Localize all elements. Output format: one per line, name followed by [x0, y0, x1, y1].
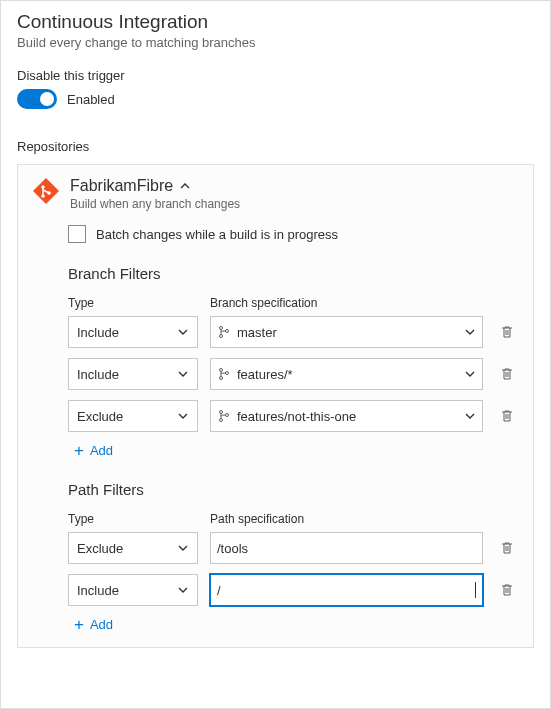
add-label: Add — [90, 617, 113, 632]
svg-point-8 — [220, 377, 223, 380]
path-spec-input[interactable]: / — [210, 574, 483, 606]
branch-icon — [217, 325, 231, 339]
branch-spec-value: master — [237, 325, 458, 340]
add-path-filter-button[interactable]: + Add — [74, 616, 519, 633]
delete-button[interactable] — [495, 536, 519, 560]
add-label: Add — [90, 443, 113, 458]
chevron-down-icon — [177, 368, 189, 380]
path-spec-value: /tools — [217, 541, 476, 556]
branch-spec-field[interactable]: features/* — [210, 358, 483, 390]
branch-icon — [217, 367, 231, 381]
svg-point-10 — [226, 414, 229, 417]
branch-spec-field[interactable]: features/not-this-one — [210, 400, 483, 432]
path-spec-field[interactable]: /tools — [210, 532, 483, 564]
git-repo-icon — [32, 177, 60, 205]
path-spec-header: Path specification — [210, 512, 519, 526]
svg-point-11 — [220, 419, 223, 422]
trash-icon — [500, 583, 514, 597]
repositories-heading: Repositories — [17, 139, 534, 154]
svg-point-5 — [220, 335, 223, 338]
select-value: Exclude — [77, 409, 123, 424]
disable-trigger-label: Disable this trigger — [17, 68, 534, 83]
branch-spec-field[interactable]: master — [210, 316, 483, 348]
repository-card: FabrikamFibre Build when any branch chan… — [17, 164, 534, 648]
path-type-select[interactable]: Exclude — [68, 532, 198, 564]
plus-icon: + — [74, 616, 84, 633]
branch-type-select[interactable]: Exclude — [68, 400, 198, 432]
svg-point-9 — [220, 411, 223, 414]
branch-filters-heading: Branch Filters — [68, 265, 519, 282]
path-filters-heading: Path Filters — [68, 481, 519, 498]
delete-button[interactable] — [495, 404, 519, 428]
chevron-down-icon — [177, 584, 189, 596]
chevron-down-icon — [177, 410, 189, 422]
path-filter-row: Include / — [68, 574, 519, 606]
page-title: Continuous Integration — [17, 11, 534, 33]
chevron-up-icon — [179, 180, 191, 192]
svg-point-4 — [226, 330, 229, 333]
plus-icon: + — [74, 442, 84, 459]
batch-changes-checkbox[interactable] — [68, 225, 86, 243]
branch-filter-row: Include master — [68, 316, 519, 348]
select-value: Include — [77, 583, 119, 598]
toggle-state-label: Enabled — [67, 92, 115, 107]
chevron-down-icon — [464, 326, 476, 338]
svg-point-7 — [226, 372, 229, 375]
branch-icon — [217, 409, 231, 423]
path-filter-row: Exclude /tools — [68, 532, 519, 564]
repo-subtitle: Build when any branch changes — [70, 197, 519, 211]
chevron-down-icon — [177, 542, 189, 554]
trash-icon — [500, 325, 514, 339]
trash-icon — [500, 541, 514, 555]
path-type-select[interactable]: Include — [68, 574, 198, 606]
branch-filter-row: Exclude features/not-this-one — [68, 400, 519, 432]
path-spec-value: / — [217, 583, 470, 598]
delete-button[interactable] — [495, 320, 519, 344]
chevron-down-icon — [177, 326, 189, 338]
select-value: Include — [77, 325, 119, 340]
trash-icon — [500, 409, 514, 423]
select-value: Include — [77, 367, 119, 382]
branch-spec-value: features/* — [237, 367, 458, 382]
branch-type-select[interactable]: Include — [68, 358, 198, 390]
branch-spec-header: Branch specification — [210, 296, 519, 310]
repo-header-row[interactable]: FabrikamFibre — [70, 177, 519, 195]
chevron-down-icon — [464, 410, 476, 422]
select-value: Exclude — [77, 541, 123, 556]
toggle-thumb — [40, 92, 54, 106]
branch-filter-row: Include features/* — [68, 358, 519, 390]
svg-point-6 — [220, 369, 223, 372]
delete-button[interactable] — [495, 362, 519, 386]
path-type-header: Type — [68, 512, 198, 526]
branch-type-select[interactable]: Include — [68, 316, 198, 348]
repo-name: FabrikamFibre — [70, 177, 173, 195]
text-cursor — [475, 582, 476, 598]
add-branch-filter-button[interactable]: + Add — [74, 442, 519, 459]
page-subtitle: Build every change to matching branches — [17, 35, 534, 50]
branch-spec-value: features/not-this-one — [237, 409, 458, 424]
chevron-down-icon — [464, 368, 476, 380]
trash-icon — [500, 367, 514, 381]
svg-point-3 — [220, 327, 223, 330]
branch-type-header: Type — [68, 296, 198, 310]
batch-changes-label: Batch changes while a build is in progre… — [96, 227, 338, 242]
delete-button[interactable] — [495, 578, 519, 602]
enable-toggle[interactable] — [17, 89, 57, 109]
